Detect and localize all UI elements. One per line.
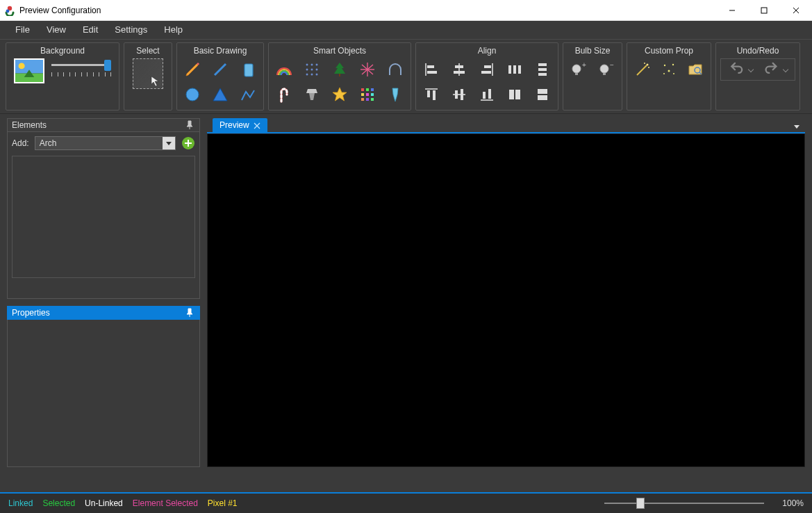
status-legend-pixel: Pixel #1: [208, 498, 238, 508]
custom-prop-browse-button[interactable]: [684, 58, 706, 81]
svg-point-77: [664, 65, 665, 66]
align-bottom-button[interactable]: [476, 83, 498, 106]
menu-edit[interactable]: Edit: [74, 21, 106, 39]
svg-rect-60: [481, 99, 493, 101]
background-image-button[interactable]: [14, 58, 47, 83]
svg-rect-58: [455, 90, 458, 99]
tree-icon: [331, 61, 348, 78]
svg-rect-37: [366, 98, 369, 101]
undo-button[interactable]: [725, 62, 756, 77]
properties-panel-header[interactable]: Properties: [7, 306, 200, 320]
align-middle-v-button[interactable]: [448, 83, 470, 106]
svg-rect-62: [488, 89, 491, 99]
align-right-button[interactable]: [476, 58, 498, 81]
dropdown-caret-icon: [163, 137, 175, 149]
candycane-icon: [276, 86, 292, 103]
ribbon: Background Select: [0, 39, 812, 114]
grid-tool-button[interactable]: [301, 58, 323, 81]
circle-icon: [184, 86, 201, 103]
zoom-slider[interactable]: [604, 498, 764, 509]
elements-list[interactable]: [12, 156, 195, 278]
bulb-size-decrease-button[interactable]: −: [595, 58, 618, 81]
svg-text:−: −: [610, 61, 614, 69]
rainbow-tool-button[interactable]: [273, 58, 295, 81]
undo-dropdown-caret[interactable]: [748, 67, 754, 72]
window-close-button[interactable]: [780, 0, 812, 20]
window-title: Preview Configuration: [19, 6, 716, 15]
bulb-size-increase-button[interactable]: +: [567, 58, 590, 81]
custom-prop-create-button[interactable]: [631, 58, 654, 81]
same-height-button[interactable]: [531, 83, 554, 106]
align-center-h-button[interactable]: [448, 58, 470, 81]
polyline-tool-button[interactable]: [237, 83, 259, 106]
align-top-button[interactable]: [420, 83, 442, 106]
distribute-h-button[interactable]: [504, 58, 526, 81]
polyline-icon: [240, 86, 256, 103]
pin-icon[interactable]: [184, 120, 195, 131]
svg-rect-21: [339, 74, 340, 76]
candycane-tool-button[interactable]: [273, 83, 295, 106]
window-maximize-button[interactable]: [748, 0, 780, 20]
same-width-button[interactable]: [504, 83, 526, 106]
ribbon-group-undo-redo: Undo/Redo: [715, 42, 800, 111]
icicle-tool-button[interactable]: [384, 83, 406, 106]
picture-icon: [14, 58, 44, 83]
rectangle-tool-button[interactable]: [237, 58, 259, 81]
preview-tabstrip: Preview: [207, 118, 805, 133]
matrix-tool-button[interactable]: [356, 83, 379, 106]
ribbon-group-background: Background: [6, 42, 119, 111]
line-tool-button[interactable]: [209, 58, 231, 81]
bulb-plus-icon: +: [570, 61, 587, 78]
icicle-icon: [387, 86, 404, 103]
tabstrip-menu-button[interactable]: [791, 121, 802, 132]
circle-tool-button[interactable]: [181, 83, 204, 106]
rainbow-icon: [276, 61, 292, 78]
svg-rect-45: [492, 63, 493, 76]
background-opacity-slider[interactable]: [51, 58, 111, 83]
svg-rect-35: [371, 93, 374, 96]
menu-settings[interactable]: Settings: [106, 21, 156, 39]
window-minimize-button[interactable]: [716, 0, 748, 20]
svg-rect-40: [427, 65, 434, 68]
triangle-tool-button[interactable]: [209, 83, 231, 106]
align-left-button[interactable]: [420, 58, 442, 81]
add-element-button[interactable]: [181, 136, 195, 150]
svg-rect-38: [371, 98, 374, 101]
add-element-label: Add:: [12, 138, 29, 148]
preview-canvas[interactable]: [207, 133, 805, 467]
select-tool-button[interactable]: [133, 58, 163, 89]
svg-point-70: [600, 65, 608, 73]
movinghead-tool-button[interactable]: [301, 83, 323, 106]
distribute-v-button[interactable]: [531, 58, 554, 81]
distribute-v-icon: [534, 61, 551, 78]
menu-file[interactable]: File: [7, 21, 38, 39]
add-element-select[interactable]: Arch: [35, 136, 176, 150]
fireworks-tool-button[interactable]: [356, 58, 379, 81]
arch-tool-button[interactable]: [384, 58, 406, 81]
menu-help[interactable]: Help: [156, 21, 191, 39]
elements-panel-header[interactable]: Elements: [7, 118, 200, 132]
status-legend-linked: Linked: [8, 498, 33, 508]
custom-prop-edit-button[interactable]: [658, 58, 680, 81]
star-tool-button[interactable]: [329, 83, 351, 106]
same-height-icon: [534, 86, 551, 103]
pencil-tool-button[interactable]: [181, 58, 204, 81]
menu-view[interactable]: View: [38, 21, 74, 39]
ribbon-label-basic: Basic Drawing: [181, 44, 259, 57]
pin-icon[interactable]: [184, 307, 195, 318]
ribbon-group-align: Align: [415, 42, 558, 111]
preview-tab[interactable]: Preview: [213, 118, 267, 132]
elements-panel: Elements Add: Arch: [7, 118, 200, 299]
tree-tool-button[interactable]: [329, 58, 351, 81]
svg-rect-39: [425, 63, 426, 76]
svg-point-80: [663, 73, 665, 74]
redo-dropdown-caret[interactable]: [783, 67, 788, 72]
distribute-h-icon: [506, 61, 523, 78]
titlebar: Preview Configuration: [0, 0, 812, 21]
svg-rect-41: [427, 71, 437, 74]
ribbon-group-bulb-size: Bulb Size + −: [563, 42, 622, 111]
preview-tab-close-button[interactable]: [254, 122, 260, 129]
spotlight-icon: [304, 86, 320, 103]
status-legend-unlinked: Un-Linked: [85, 498, 123, 508]
redo-button[interactable]: [760, 62, 790, 77]
